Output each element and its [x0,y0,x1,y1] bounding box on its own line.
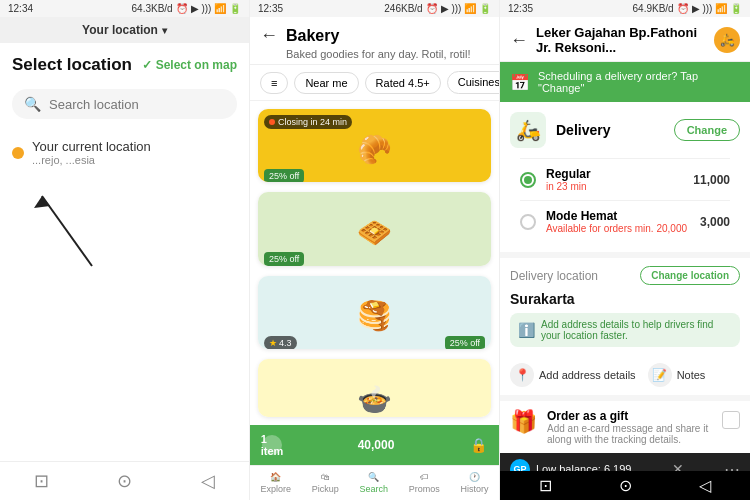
delivery-location-header: Delivery location Change location [510,266,740,285]
notes-btn[interactable]: 📝 Notes [648,363,706,387]
option-regular[interactable]: Regular in 23 min 11,000 [510,159,740,200]
bakery-title-row: ← Bakery [260,25,489,46]
change-delivery-button[interactable]: Change [674,119,740,141]
low-balance-text: Low balance: 6,199 [536,463,631,471]
notes-label: Notes [677,369,706,381]
nav-pickup[interactable]: 🛍 Pickup [312,472,339,494]
location-label: Your location [82,23,158,37]
nav-circle-3[interactable]: ⊙ [619,476,632,495]
order-title: Leker Gajahan Bp.Fathoni Jr. Reksoni... [536,25,706,55]
current-location-label: Your current location [32,139,151,154]
filter-cuisines[interactable]: Cuisines ▾ [447,71,499,94]
explore-icon: 🏠 [270,472,281,482]
radio-regular[interactable] [520,172,536,188]
delivery-section: 🛵 Delivery Change Regular in 23 min 11,0… [500,102,750,252]
filter-bar: ≡ Near me Rated 4.5+ Cuisines ▾ [250,65,499,101]
img-emoji-4: 🍲 [258,359,491,417]
avatar: 🛵 [714,27,740,53]
location-selector[interactable]: Your location ▾ [82,23,167,37]
delivery-location-section: Delivery location Change location Suraka… [500,258,750,355]
nav-back-3[interactable]: ◁ [699,476,711,495]
gift-order-title: Order as a gift [547,409,712,423]
top-bar-location[interactable]: Your location ▾ [0,17,249,43]
banner-text: Scheduling a delivery order? Tap "Change… [538,70,740,94]
more-options-icon[interactable]: ⋯ [724,460,740,472]
select-on-map-btn[interactable]: ✓ Select on map [142,58,237,72]
search-nav-label: Search [359,484,388,494]
nav-history[interactable]: 🕐 History [461,472,489,494]
filter-icon-btn[interactable]: ≡ [260,72,288,94]
nav-search[interactable]: 🔍 Search [359,472,388,494]
restaurant-img-3: 🥞 ★ 4.3 25% off [258,276,491,349]
gift-order-text: Order as a gift Add an e-card message an… [547,409,712,445]
current-location-item[interactable]: Your current location ...rejo, ...esia [12,133,237,172]
promos-icon: 🏷 [420,472,429,482]
location-dot-icon [12,147,24,159]
low-balance-info: GP Low balance: 6,199 [510,459,631,471]
nav-circle[interactable]: ⊙ [117,470,132,492]
restaurant-list: 🥐 Closing in 24 min 25% off Cakwe Hoo, P… [250,101,499,425]
arrow-svg [12,186,132,276]
sublocation-text: ...rejo, ...esia [32,154,151,166]
back-button[interactable]: ← [260,25,278,46]
hemat-price: 3,000 [700,215,730,229]
back-button-3[interactable]: ← [510,30,528,51]
pickup-icon: 🛍 [321,472,330,482]
bottom-bar-3: ⊡ ⊙ ◁ [500,471,750,500]
nav-square-3[interactable]: ⊡ [539,476,552,495]
radio-hemat[interactable] [520,214,536,230]
title-row: Select location ✓ Select on map [12,55,237,75]
hemat-sublabel: Available for orders min. 20,000 [546,223,690,234]
delivery-location-label: Delivery location [510,269,598,283]
option-hemat[interactable]: Mode Hemat Available for orders min. 20,… [510,201,740,242]
filter-rated[interactable]: Rated 4.5+ [365,72,441,94]
search-input[interactable] [49,97,225,112]
hint-text: Add address details to help drivers find… [541,319,732,341]
delivery-type-icon: 🛵 [510,112,546,148]
scheduling-banner: 📅 Scheduling a delivery order? Tap "Chan… [500,62,750,102]
search-icon: 🔍 [24,96,41,112]
add-address-btn[interactable]: 📍 Add address details [510,363,636,387]
nav-back[interactable]: ◁ [201,470,215,492]
discount-badge-3: 25% off [445,336,485,349]
arrow-indicator [12,186,237,286]
gift-checkbox[interactable] [722,411,740,429]
restaurant-card-2[interactable]: 🧇 25% off Souffle Time N Mini Waffel, La… [258,192,491,265]
page-title: Select location [12,55,132,75]
change-location-button[interactable]: Change location [640,266,740,285]
gift-icon: 🎁 [510,409,537,435]
panel-bakery: 12:35 246KB/d ⏰ ▶ ))) 📶 🔋 ← Bakery Baked… [250,0,500,500]
nav-explore[interactable]: 🏠 Explore [260,472,291,494]
hemat-label: Mode Hemat [546,209,690,223]
restaurant-card-3[interactable]: 🥞 ★ 4.3 25% off Leker Gajahan Bp.Fathoni… [258,276,491,349]
nav-square[interactable]: ⊡ [34,470,49,492]
nav-promos[interactable]: 🏷 Promos [409,472,440,494]
option-hemat-text: Mode Hemat Available for orders min. 20,… [546,209,690,234]
search-bar[interactable]: 🔍 [12,89,237,119]
time-1: 12:34 [8,3,33,14]
status-bar-3: 12:35 64.9KB/d ⏰ ▶ ))) 📶 🔋 [500,0,750,17]
status-icons-2: 246KB/d ⏰ ▶ ))) 📶 🔋 [384,3,491,14]
restaurant-card-4[interactable]: 🍲 Pingkan Masakan Khas Manad... $$$ · Ri… [258,359,491,417]
status-bar-2: 12:35 246KB/d ⏰ ▶ ))) 📶 🔋 [250,0,499,17]
discount-badge-2: 25% off [264,252,304,265]
regular-price: 11,000 [693,173,730,187]
bakery-header: ← Bakery Baked goodies for any day. Roti… [250,17,499,65]
svg-line-0 [42,196,92,266]
regular-label: Regular [546,167,683,181]
close-balance-icon[interactable]: ✕ [672,461,684,471]
checkmark-icon: ✓ [142,58,152,72]
status-bar-1: 12:34 64.3KB/d ⏰ ▶ ))) 📶 🔋 [0,0,249,17]
filter-near-me[interactable]: Near me [294,72,358,94]
address-hint: ℹ️ Add address details to help drivers f… [510,313,740,347]
panel-order-detail: 12:35 64.9KB/d ⏰ ▶ ))) 📶 🔋 ← Leker Gajah… [500,0,750,500]
bakery-title: Bakery [286,27,339,45]
status-icons-3: 64.9KB/d ⏰ ▶ ))) 📶 🔋 [633,3,742,14]
address-icon: 📍 [510,363,534,387]
restaurant-card-1[interactable]: 🥐 Closing in 24 min 25% off Cakwe Hoo, P… [258,109,491,182]
cart-bar[interactable]: 1 item 40,000 🔒 [250,425,499,465]
restaurant-img-4: 🍲 [258,359,491,417]
bottom-navbar-1: ⊡ ⊙ ◁ [0,461,249,500]
pickup-label: Pickup [312,484,339,494]
closing-badge-1: Closing in 24 min [264,115,352,129]
